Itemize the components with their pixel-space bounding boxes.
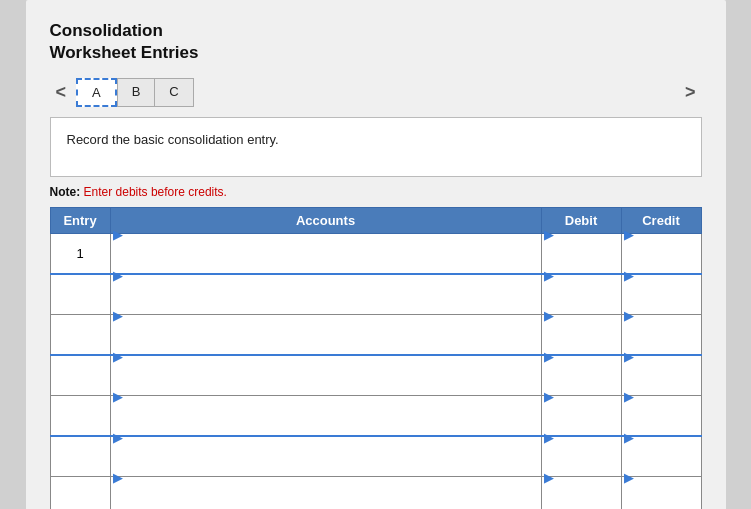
col-entry: Entry: [50, 208, 110, 234]
tab-c[interactable]: C: [154, 78, 193, 107]
accounts-input-2[interactable]: [111, 283, 541, 322]
note-label: Note:: [50, 185, 81, 199]
credit-arrow-6: ▶: [622, 430, 634, 445]
debit-arrow-6: ▶: [542, 430, 554, 445]
nav-right-arrow[interactable]: >: [679, 80, 702, 105]
accounts-input-4[interactable]: [111, 364, 541, 403]
entry-num-2: [50, 274, 110, 315]
entry-table: Entry Accounts Debit Credit 1 ▶ ▶ ▶: [50, 207, 702, 509]
credit-arrow-7: ▶: [622, 470, 634, 485]
tab-a[interactable]: A: [76, 78, 117, 107]
entry-num-7: [50, 477, 110, 509]
nav-left-arrow[interactable]: <: [50, 80, 73, 105]
accounts-input-6[interactable]: [111, 445, 541, 484]
tabs-row: < A B C >: [50, 78, 702, 107]
debit-arrow-4: ▶: [542, 349, 554, 364]
debit-arrow-7: ▶: [542, 470, 554, 485]
page-title: Consolidation Worksheet Entries: [50, 20, 702, 64]
accounts-input-3[interactable]: [111, 323, 541, 362]
instruction-text: Record the basic consolidation entry.: [67, 132, 279, 147]
accounts-input-5[interactable]: [111, 404, 541, 443]
debit-arrow-3: ▶: [542, 308, 554, 323]
table-row: 1 ▶ ▶ ▶: [50, 234, 701, 275]
credit-arrow-5: ▶: [622, 389, 634, 404]
arrow-icon-6: ▶: [111, 430, 123, 445]
arrow-icon-3: ▶: [111, 308, 123, 323]
accounts-input-1[interactable]: [111, 242, 541, 281]
entry-num-6: [50, 436, 110, 477]
credit-arrow-4: ▶: [622, 349, 634, 364]
main-container: Consolidation Worksheet Entries < A B C …: [26, 0, 726, 509]
instruction-box: Record the basic consolidation entry.: [50, 117, 702, 177]
tabs-list: A B C: [76, 78, 675, 107]
entry-num-4: [50, 355, 110, 396]
credit-arrow-2: ▶: [622, 268, 634, 283]
arrow-icon-7: ▶: [111, 470, 123, 485]
entry-num-3: [50, 315, 110, 356]
credit-arrow-1: ▶: [622, 227, 634, 242]
arrow-icon-4: ▶: [111, 349, 123, 364]
note-content: Enter debits before credits.: [84, 185, 227, 199]
debit-input-7[interactable]: [542, 485, 621, 509]
tab-b[interactable]: B: [117, 78, 155, 107]
arrow-icon-1: ▶: [111, 227, 123, 242]
entry-num-1: 1: [50, 234, 110, 275]
entry-num-5: [50, 396, 110, 437]
credit-input-7[interactable]: [622, 485, 701, 509]
debit-arrow-1: ▶: [542, 227, 554, 242]
accounts-cell-1: ▶: [110, 234, 541, 275]
note-area: Note: Enter debits before credits.: [50, 185, 702, 199]
credit-arrow-3: ▶: [622, 308, 634, 323]
arrow-icon-5: ▶: [111, 389, 123, 404]
col-accounts: Accounts: [110, 208, 541, 234]
accounts-input-7[interactable]: [111, 485, 541, 509]
debit-arrow-2: ▶: [542, 268, 554, 283]
debit-arrow-5: ▶: [542, 389, 554, 404]
arrow-icon-2: ▶: [111, 268, 123, 283]
